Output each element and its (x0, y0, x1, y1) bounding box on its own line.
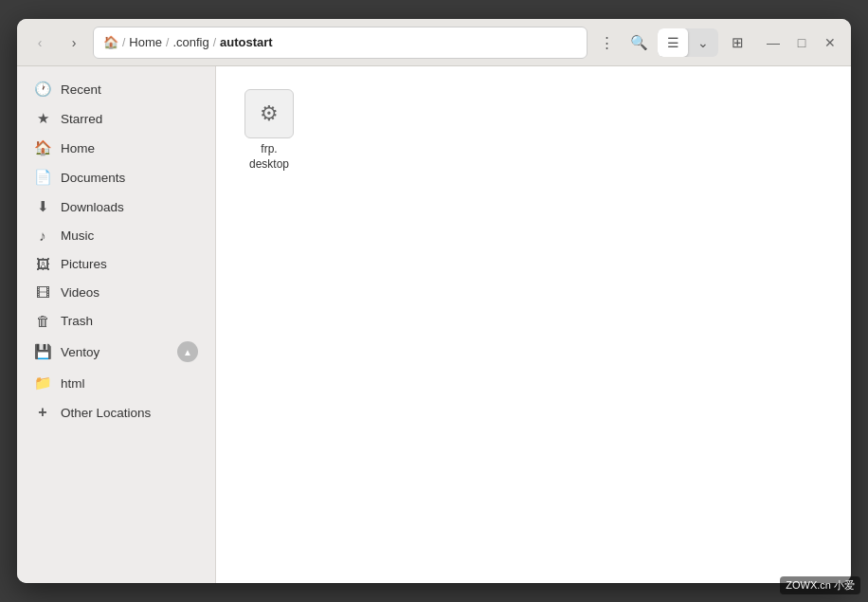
sidebar-label-trash: Trash (61, 314, 198, 328)
file-item-frp-desktop[interactable]: ⚙ frp.desktop (231, 82, 307, 179)
sidebar-label-ventoy: Ventoy (61, 345, 168, 359)
sidebar-item-recent[interactable]: 🕐 Recent (23, 75, 209, 103)
titlebar: ‹ › 🏠 / Home / .config / autostart ⋮ 🔍 ☰ (17, 19, 851, 66)
trash-icon: 🗑 (34, 313, 51, 329)
sidebar-item-starred[interactable]: ★ Starred (23, 104, 209, 133)
breadcrumb-part-home[interactable]: Home (129, 35, 162, 49)
sidebar-label-html: html (61, 376, 198, 391)
sidebar-label-home: Home (61, 141, 198, 155)
eject-icon: ▲ (183, 347, 192, 357)
chevron-down-icon: ⌄ (697, 35, 709, 50)
sep3: / (213, 36, 216, 49)
sidebar-item-videos[interactable]: 🎞 Videos (23, 279, 209, 306)
forward-button[interactable]: › (59, 27, 89, 58)
file-name-frp: frp.desktop (249, 142, 289, 172)
watermark-text: ZOWX.cn 小爱 (786, 579, 855, 591)
back-button[interactable]: ‹ (25, 27, 55, 58)
toolbar-right: ⋮ 🔍 ☰ ⌄ ⊞ (591, 27, 752, 58)
maximize-button[interactable]: □ (788, 29, 815, 56)
sidebar-label-videos: Videos (61, 285, 198, 300)
grid-view-button[interactable]: ⊞ (722, 27, 752, 58)
sidebar-label-music: Music (61, 228, 198, 243)
sep1: / (122, 36, 125, 49)
home-sidebar-icon: 🏠 (34, 139, 51, 156)
sidebar-label-pictures: Pictures (61, 257, 198, 271)
main-file-area: ⚙ frp.desktop (216, 66, 851, 583)
minimize-icon: — (767, 35, 780, 50)
list-expand-button[interactable]: ⌄ (688, 28, 718, 57)
sidebar-item-html[interactable]: 📁 html (23, 369, 209, 397)
list-view-button[interactable]: ☰ (658, 28, 688, 57)
close-button[interactable]: ✕ (817, 29, 843, 56)
sidebar-item-documents[interactable]: 📄 Documents (23, 163, 209, 192)
videos-icon: 🎞 (34, 284, 51, 301)
breadcrumb-part-config[interactable]: .config (172, 35, 208, 49)
sidebar-item-home[interactable]: 🏠 Home (23, 134, 209, 162)
sep2: / (166, 36, 169, 49)
sidebar-item-downloads[interactable]: ⬇ Downloads (23, 192, 209, 221)
file-icon-frp: ⚙ (244, 89, 294, 138)
more-options-button[interactable]: ⋮ (591, 27, 622, 58)
sidebar-label-downloads: Downloads (61, 200, 198, 214)
sidebar-item-other-locations[interactable]: + Other Locations (23, 398, 209, 427)
sidebar-label-starred: Starred (61, 112, 198, 126)
sidebar-item-trash[interactable]: 🗑 Trash (23, 307, 209, 335)
ventoy-icon: 💾 (34, 343, 51, 360)
close-icon: ✕ (824, 35, 836, 50)
documents-icon: 📄 (34, 169, 51, 186)
other-locations-icon: + (34, 404, 51, 421)
back-icon: ‹ (38, 35, 43, 50)
html-folder-icon: 📁 (34, 374, 51, 392)
sidebar-item-pictures[interactable]: 🖼 Pictures (23, 250, 209, 278)
list-view-icon: ☰ (667, 35, 679, 50)
sidebar-label-recent: Recent (61, 82, 198, 97)
breadcrumb-current: autostart (220, 35, 273, 49)
file-grid: ⚙ frp.desktop (231, 82, 836, 179)
window-controls: — □ ✕ (760, 29, 843, 56)
sidebar: 🕐 Recent ★ Starred 🏠 Home 📄 Documents ⬇ … (17, 66, 216, 583)
sidebar-label-other-locations: Other Locations (61, 406, 198, 420)
home-icon: 🏠 (103, 35, 118, 49)
minimize-button[interactable]: — (760, 29, 787, 56)
file-manager-window: ‹ › 🏠 / Home / .config / autostart ⋮ 🔍 ☰ (17, 19, 851, 583)
downloads-icon: ⬇ (34, 198, 51, 215)
forward-icon: › (72, 35, 77, 50)
eject-button[interactable]: ▲ (177, 341, 198, 362)
watermark: ZOWX.cn 小爱 (780, 576, 860, 594)
search-icon: 🔍 (630, 34, 648, 51)
starred-icon: ★ (34, 110, 51, 127)
view-toggle-group: ☰ ⌄ (658, 28, 718, 57)
sidebar-item-ventoy[interactable]: 💾 Ventoy ▲ (23, 336, 209, 368)
more-icon: ⋮ (600, 34, 614, 51)
maximize-icon: □ (798, 35, 805, 50)
sidebar-item-music[interactable]: ♪ Music (23, 222, 209, 249)
gear-icon: ⚙ (260, 101, 279, 126)
sidebar-label-documents: Documents (61, 171, 198, 185)
grid-view-icon: ⊞ (732, 34, 744, 51)
breadcrumb[interactable]: 🏠 / Home / .config / autostart (93, 27, 588, 59)
pictures-icon: 🖼 (34, 256, 51, 272)
content-area: 🕐 Recent ★ Starred 🏠 Home 📄 Documents ⬇ … (17, 66, 851, 583)
search-button[interactable]: 🔍 (624, 27, 654, 58)
music-icon: ♪ (34, 228, 51, 244)
recent-icon: 🕐 (34, 81, 51, 98)
